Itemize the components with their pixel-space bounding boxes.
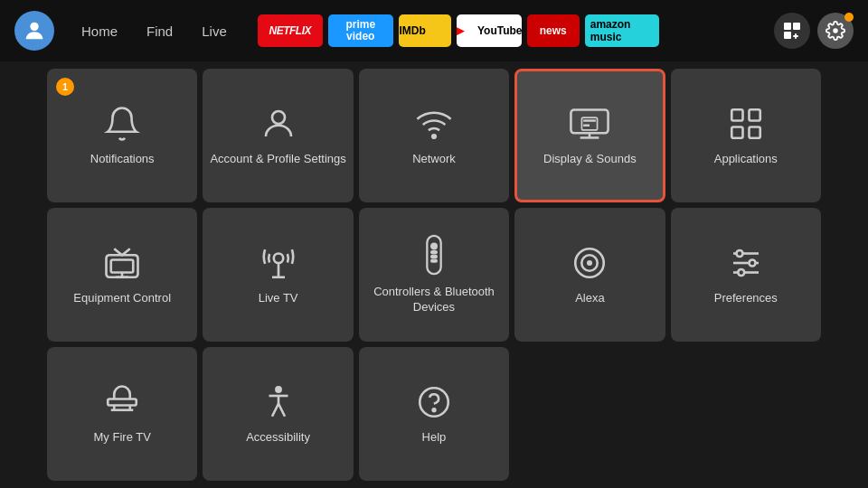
svg-rect-21	[431, 260, 437, 262]
remote-icon	[421, 234, 447, 276]
tile-preferences[interactable]: Preferences	[671, 208, 821, 342]
tile-accessibility[interactable]: Accessibility	[203, 347, 353, 481]
preferences-label: Preferences	[707, 291, 785, 306]
svg-point-16	[273, 253, 283, 263]
tile-help[interactable]: Help	[359, 347, 509, 481]
svg-rect-20	[431, 256, 437, 258]
svg-rect-9	[582, 117, 598, 130]
grid-icon-btn[interactable]	[774, 13, 810, 49]
my-fire-tv-label: My Fire TV	[87, 430, 158, 446]
app-imdb[interactable]: IMDbTV	[399, 14, 451, 47]
svg-rect-13	[749, 127, 760, 137]
tile-alexa[interactable]: Alexa	[514, 208, 665, 342]
tv-icon	[103, 244, 141, 282]
youtube-label: YouTube	[472, 24, 522, 37]
svg-rect-3	[784, 32, 791, 39]
nav-home[interactable]: Home	[69, 18, 130, 44]
controllers-label: Controllers & Bluetooth Devices	[359, 285, 509, 315]
svg-rect-31	[108, 399, 137, 405]
tile-notifications[interactable]: 1 Notifications	[47, 69, 197, 202]
tile-equipment[interactable]: Equipment Control	[47, 208, 197, 342]
svg-point-0	[30, 23, 38, 31]
svg-rect-1	[784, 23, 791, 30]
person-icon	[259, 105, 297, 143]
sliders-icon	[727, 244, 765, 282]
display-sounds-label: Display & Sounds	[536, 152, 644, 167]
svg-point-30	[738, 269, 744, 276]
notifications-badge: 1	[56, 78, 74, 96]
nav-bar: Home Find Live NETFLIX primevideo IMDbTV…	[0, 0, 868, 61]
svg-point-6	[272, 111, 285, 124]
alexa-label: Alexa	[568, 291, 612, 306]
wifi-icon	[415, 105, 453, 143]
display-icon	[568, 105, 611, 143]
help-icon	[415, 383, 453, 421]
settings-grid: 1 Notifications Account & Profile Settin…	[0, 61, 868, 488]
app-news[interactable]: news	[527, 14, 580, 47]
svg-rect-2	[793, 23, 800, 30]
app-netflix[interactable]: NETFLIX	[258, 14, 323, 47]
account-label: Account & Profile Settings	[203, 152, 353, 167]
settings-notification-dot	[844, 13, 854, 22]
tile-network[interactable]: Network	[359, 69, 509, 202]
accessibility-label: Accessibility	[239, 430, 317, 446]
network-label: Network	[405, 152, 463, 167]
firetv-icon	[103, 383, 141, 421]
app-youtube[interactable]: ▶ YouTube	[457, 14, 522, 47]
svg-point-28	[736, 250, 742, 257]
app-prime[interactable]: primevideo	[328, 14, 393, 47]
nav-right	[774, 13, 854, 49]
svg-rect-12	[731, 127, 742, 137]
tile-my-fire-tv[interactable]: My Fire TV	[47, 347, 197, 481]
nav-links: Home Find Live	[69, 18, 240, 44]
alexa-icon	[571, 244, 609, 282]
antenna-icon	[259, 244, 297, 282]
svg-rect-10	[731, 109, 742, 120]
equipment-label: Equipment Control	[66, 291, 178, 306]
tile-account[interactable]: Account & Profile Settings	[203, 69, 353, 202]
app-music[interactable]: amazon music	[585, 14, 659, 47]
nav-find[interactable]: Find	[134, 18, 185, 44]
svg-point-29	[749, 259, 755, 266]
app-icons-bar: NETFLIX primevideo IMDbTV ▶ YouTube news…	[258, 14, 767, 47]
applications-label: Applications	[707, 152, 785, 167]
settings-icon-btn[interactable]	[817, 13, 854, 49]
svg-point-32	[276, 387, 280, 391]
accessibility-icon	[259, 383, 297, 421]
tile-live-tv[interactable]: Live TV	[203, 208, 353, 342]
avatar[interactable]	[14, 11, 54, 51]
nav-live[interactable]: Live	[189, 18, 240, 44]
svg-point-34	[433, 408, 436, 411]
svg-point-7	[432, 135, 436, 138]
svg-rect-5	[793, 35, 798, 37]
tile-display-sounds[interactable]: Display & Sounds	[514, 69, 665, 202]
apps-icon	[727, 105, 765, 143]
tile-controllers[interactable]: Controllers & Bluetooth Devices	[359, 208, 509, 342]
tile-applications[interactable]: Applications	[671, 69, 821, 202]
svg-rect-19	[431, 251, 437, 253]
live-tv-label: Live TV	[251, 291, 306, 306]
svg-rect-15	[111, 259, 134, 272]
help-label: Help	[415, 430, 454, 446]
notifications-label: Notifications	[83, 152, 162, 167]
svg-point-18	[431, 244, 437, 249]
svg-rect-11	[749, 109, 760, 120]
svg-point-24	[589, 261, 592, 265]
bell-icon	[103, 105, 141, 143]
